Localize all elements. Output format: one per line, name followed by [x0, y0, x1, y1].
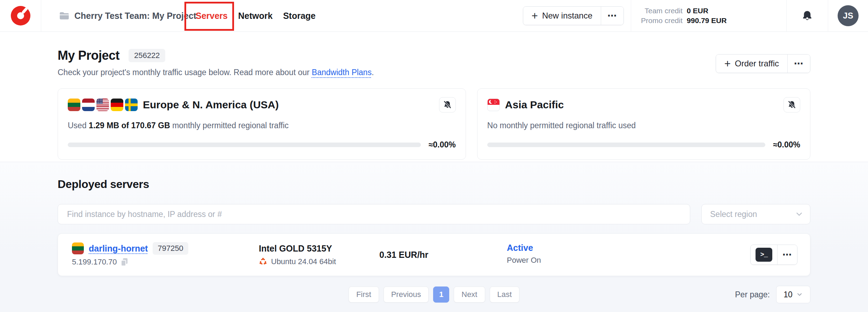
notifications-button[interactable] [787, 0, 828, 31]
page-title: My Project [58, 48, 119, 63]
traffic-progress-bar [487, 143, 765, 147]
subtitle-text: Check your project's monthly traffic usa… [58, 68, 312, 77]
server-row: darling-hornet 797250 5.199.170.70 Intel… [58, 233, 810, 276]
team-credit-label: Team credit [641, 7, 683, 15]
server-more-button[interactable]: ⋯ [777, 245, 797, 264]
server-os: Ubuntu 24.04 64bit [271, 257, 336, 266]
credits-box: Team credit 0 EUR Promo credit 990.79 EU… [631, 0, 786, 31]
order-traffic-label: Order traffic [735, 59, 779, 68]
pagination-current-page[interactable]: 1 [433, 286, 449, 303]
deployed-servers-section: Deployed servers Select region darling-h… [0, 162, 868, 312]
search-input[interactable] [58, 204, 690, 224]
region-title: Asia Pacific [505, 99, 564, 111]
usage-text: No monthly permitted regional traffic us… [487, 121, 800, 130]
traffic-card-europe-na: Europe & N. America (USA) Used 1.29 MB o… [58, 88, 466, 160]
bell-slash-icon [443, 100, 452, 109]
region-flags [487, 99, 500, 111]
tab-storage[interactable]: Storage [283, 11, 315, 21]
deployed-servers-heading: Deployed servers [58, 178, 810, 191]
tab-network[interactable]: Network [238, 11, 273, 21]
region-filter-select[interactable]: Select region [701, 204, 810, 224]
new-instance-label: New instance [542, 11, 592, 21]
cherry-servers-logo-icon [11, 6, 30, 26]
pagination: First Previous 1 Next Last Per page: 10 [58, 286, 810, 303]
bell-slash-icon [787, 100, 796, 109]
flag-sweden-icon [125, 99, 138, 111]
chevron-down-icon [795, 210, 804, 219]
team-credit-value: 0 EUR [687, 7, 727, 15]
pagination-first-button[interactable]: First [349, 286, 379, 303]
new-instance-button-group: + New instance ⋯ [523, 6, 624, 25]
bandwidth-plans-link[interactable]: Bandwidth Plans [312, 68, 372, 77]
ellipsis-icon: ⋯ [607, 10, 617, 21]
logo-container[interactable] [0, 0, 41, 31]
server-cpu: Intel GOLD 5315Y [259, 244, 336, 254]
avatar-container: JS [828, 0, 868, 31]
flag-lithuania-icon [68, 99, 80, 111]
new-instance-button[interactable]: + New instance [523, 7, 601, 25]
region-title: Europe & N. America (USA) [143, 99, 279, 111]
traffic-card-asia-pacific: Asia Pacific No monthly permitted region… [477, 88, 810, 160]
bell-icon [802, 10, 813, 21]
user-avatar[interactable]: JS [838, 5, 859, 26]
copy-icon[interactable] [120, 257, 129, 267]
pagination-previous-button[interactable]: Previous [384, 286, 429, 303]
flag-netherlands-icon [82, 99, 95, 111]
order-traffic-button-group: + Order traffic ⋯ [716, 54, 810, 73]
usage-text: Used 1.29 MB of 170.67 GB monthly permit… [68, 121, 456, 130]
folder-icon [59, 12, 69, 20]
flag-usa-icon [96, 99, 109, 111]
breadcrumb-label: Cherry Test Team: My Project [74, 11, 196, 21]
server-power-state: Power On [507, 256, 541, 265]
tab-servers[interactable]: Servers [196, 11, 228, 21]
per-page-select[interactable]: 10 [776, 286, 810, 303]
open-console-button[interactable]: >_ [751, 245, 777, 264]
new-instance-more-button[interactable]: ⋯ [601, 7, 623, 25]
server-id-badge: 797250 [153, 242, 188, 255]
plus-icon: + [724, 58, 731, 69]
order-traffic-button[interactable]: + Order traffic [716, 55, 787, 73]
pagination-last-button[interactable]: Last [490, 286, 520, 303]
pagination-next-button[interactable]: Next [454, 286, 485, 303]
server-price: 0.31 EUR/hr [379, 250, 428, 260]
ellipsis-icon: ⋯ [782, 249, 792, 260]
usage-value: 1.29 MB of 170.67 GB [89, 121, 170, 130]
project-id-badge: 256222 [129, 49, 165, 62]
per-page-label: Per page: [735, 290, 770, 299]
server-hostname-link[interactable]: darling-hornet [89, 244, 148, 254]
server-ip: 5.199.170.70 [72, 257, 117, 267]
project-subtitle: Check your project's monthly traffic usa… [58, 68, 810, 77]
ellipsis-icon: ⋯ [794, 58, 804, 69]
ubuntu-icon [259, 257, 267, 266]
region-flags [68, 99, 138, 111]
usage-suffix: monthly permitted regional traffic [170, 121, 289, 130]
server-status: Active [507, 243, 541, 253]
subtitle-period: . [372, 68, 374, 77]
per-page-value: 10 [783, 290, 793, 299]
flag-germany-icon [111, 99, 123, 111]
plus-icon: + [532, 10, 538, 21]
mute-notifications-button[interactable] [783, 97, 800, 113]
order-traffic-more-button[interactable]: ⋯ [787, 55, 810, 73]
server-actions-group: >_ ⋯ [750, 245, 797, 265]
traffic-percent: ≈0.00% [429, 140, 456, 150]
promo-credit-value: 990.79 EUR [687, 16, 727, 25]
promo-credit-label: Promo credit [641, 16, 683, 25]
region-filter-placeholder: Select region [710, 210, 757, 219]
main-tabs: Servers Network Storage [196, 0, 315, 32]
usage-prefix: Used [68, 121, 89, 130]
flag-lithuania-icon [72, 242, 84, 254]
chevron-down-icon [796, 291, 803, 298]
mute-notifications-button[interactable] [439, 97, 456, 113]
project-section: My Project 256222 + Order traffic ⋯ Chec… [0, 32, 868, 162]
terminal-icon: >_ [756, 248, 772, 262]
traffic-progress-bar [68, 143, 421, 147]
flag-singapore-icon [487, 99, 500, 111]
nav-right-cluster: + New instance ⋯ Team credit 0 EUR Promo… [523, 0, 868, 31]
traffic-percent: ≈0.00% [773, 140, 800, 150]
breadcrumb[interactable]: Cherry Test Team: My Project [59, 0, 196, 31]
top-navigation: Cherry Test Team: My Project Servers Net… [0, 0, 868, 32]
